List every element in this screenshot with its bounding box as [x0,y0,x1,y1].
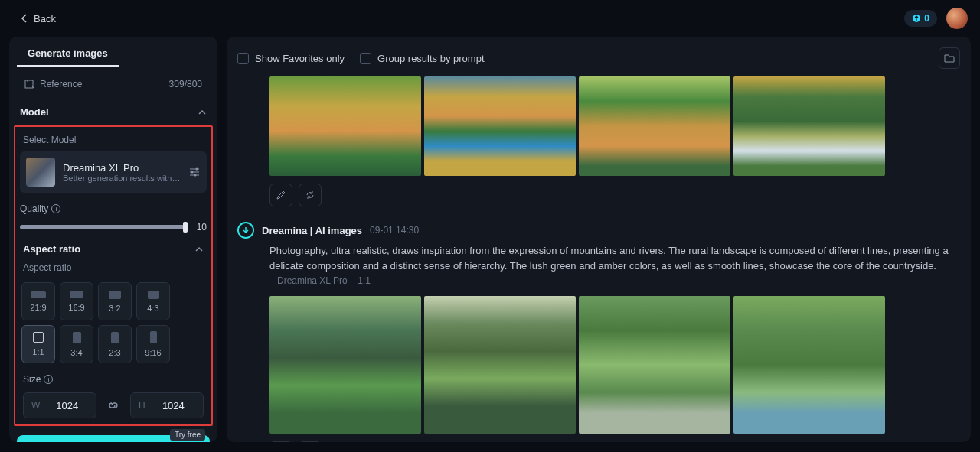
model-thumbnail [26,158,55,187]
result-ratio: 1:1 [358,275,371,286]
result-set-1 [237,76,960,206]
select-model-label: Select Model [20,132,207,151]
result-set-2: Dreamina | AI images 09-01 14:30 Photogr… [237,222,960,442]
generate-bar: Try free Generate 0 [9,428,217,442]
back-button[interactable]: Back [12,8,64,29]
prompt-header: Dreamina | AI images 09-01 14:30 [237,222,960,239]
height-input[interactable]: H 1024 [130,392,204,418]
model-description: Better generation results with profes... [63,174,181,183]
image-row [270,76,960,176]
quality-slider[interactable] [20,225,185,229]
aspect-9-16[interactable]: 9:16 [136,325,170,363]
reference-row[interactable]: Reference 309/800 [14,71,213,97]
quality-value: 10 [193,222,207,233]
aspect-4-3[interactable]: 4:3 [136,282,170,320]
regenerate-button[interactable] [299,184,322,206]
download-icon [242,226,250,234]
credit-icon [912,14,921,23]
main-area: Generate images Reference 309/800 Model … [0,37,980,442]
chevron-left-icon [20,14,29,23]
credits-value: 0 [924,13,929,24]
svg-point-2 [196,168,198,171]
generated-image[interactable] [424,296,576,434]
try-free-badge: Try free [170,429,205,441]
edit-button[interactable] [270,441,292,443]
generated-image[interactable] [270,296,421,434]
filters-row: Show Favorites only Group results by pro… [237,46,960,76]
size-label: Size i [23,374,204,385]
download-button[interactable] [237,222,254,239]
settings-highlight: Select Model Dreamina XL Pro Better gene… [14,125,213,426]
result-model: Dreamina XL Pro [277,275,348,286]
chevron-up-icon [198,108,207,117]
topbar: Back 0 [0,0,980,37]
pencil-icon [276,190,286,200]
model-name: Dreamina XL Pro [63,162,181,174]
checkbox-icon [360,53,371,64]
link-icon [107,399,119,411]
model-section-header[interactable]: Model [9,97,217,124]
info-icon[interactable]: i [51,204,60,213]
result-source: Dreamina | AI images [262,225,362,236]
prompt-text: Photography, ultra realistic, draws insp… [270,243,960,288]
chevron-up-icon [194,245,204,254]
folder-icon [944,53,955,63]
svg-point-3 [191,171,194,174]
image-row [270,296,960,434]
show-favorites-checkbox[interactable]: Show Favorites only [237,53,345,64]
generated-image[interactable] [579,76,730,176]
results-panel: Show Favorites only Group results by pro… [227,37,971,442]
svg-rect-1 [25,80,33,88]
quality-label: Quality i [20,203,207,214]
sidebar: Generate images Reference 309/800 Model … [9,37,217,442]
aspect-3-4[interactable]: 3:4 [60,325,93,363]
back-label: Back [34,13,56,24]
view-toggle-button[interactable] [939,47,960,69]
generated-image[interactable] [733,76,885,176]
result-time: 09-01 14:30 [370,225,419,236]
generated-image[interactable] [270,76,421,176]
sliders-icon[interactable] [188,166,201,178]
aspect-21-9[interactable]: 21:9 [21,282,55,320]
aspect-label: Aspect ratio [20,259,207,279]
aspect-1-1[interactable]: 1:1 [21,325,55,363]
aspect-3-2[interactable]: 3:2 [98,282,132,320]
topbar-right: 0 [904,8,968,29]
generated-image[interactable] [579,296,730,434]
model-card[interactable]: Dreamina XL Pro Better generation result… [20,151,207,193]
refresh-icon [305,190,315,200]
link-dimensions-button[interactable] [103,395,124,416]
reference-icon [24,79,35,89]
aspect-16-9[interactable]: 16:9 [60,282,93,320]
edit-button[interactable] [270,184,292,206]
svg-point-4 [194,174,197,177]
regenerate-button[interactable] [299,441,322,443]
group-results-checkbox[interactable]: Group results by prompt [360,53,484,64]
credits-badge[interactable]: 0 [904,10,937,27]
width-input[interactable]: W 1024 [23,392,96,418]
sidebar-title: Generate images [17,37,119,67]
avatar[interactable] [946,8,968,29]
aspect-section-header[interactable]: Aspect ratio [20,233,207,259]
reference-label: Reference [40,79,82,89]
info-icon[interactable]: i [44,375,53,384]
slider-thumb[interactable] [183,222,188,233]
aspect-2-3[interactable]: 2:3 [98,325,132,363]
aspect-grid: 21:9 16:9 3:2 4:3 1:1 3:4 2:3 9:16 [20,279,207,366]
generated-image[interactable] [733,296,885,434]
generated-image[interactable] [424,76,576,176]
checkbox-icon [237,53,249,64]
char-count: 309/800 [169,79,202,89]
